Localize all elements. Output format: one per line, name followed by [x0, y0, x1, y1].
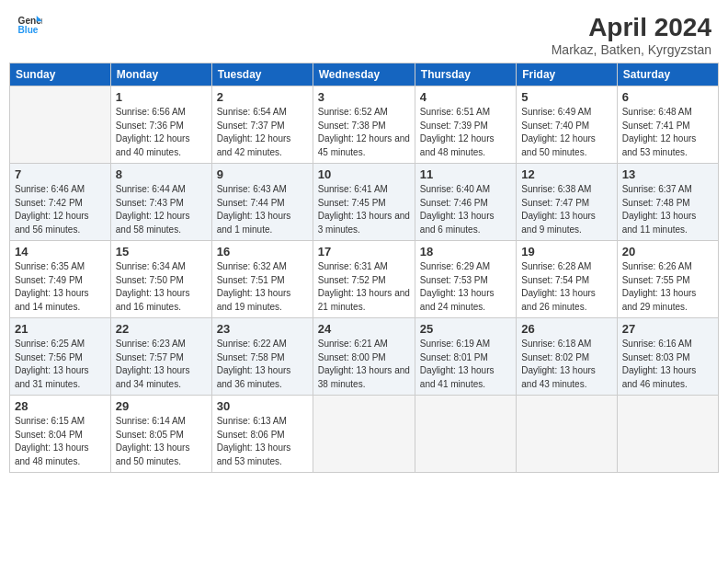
day-info: Sunrise: 6:43 AMSunset: 7:44 PMDaylight:…	[217, 183, 308, 236]
day-info: Sunrise: 6:14 AMSunset: 8:05 PMDaylight:…	[116, 415, 207, 468]
col-header-tuesday: Tuesday	[211, 63, 313, 86]
calendar-day-cell	[617, 396, 718, 473]
day-number: 16	[217, 245, 308, 259]
day-number: 3	[318, 90, 410, 104]
calendar-day-cell	[313, 396, 415, 473]
calendar-day-cell: 23Sunrise: 6:22 AMSunset: 7:58 PMDayligh…	[211, 318, 313, 396]
day-number: 6	[622, 90, 713, 104]
day-info: Sunrise: 6:41 AMSunset: 7:45 PMDaylight:…	[318, 183, 410, 236]
calendar-day-cell: 27Sunrise: 6:16 AMSunset: 8:03 PMDayligh…	[617, 318, 718, 396]
day-info: Sunrise: 6:44 AMSunset: 7:43 PMDaylight:…	[116, 183, 207, 236]
day-number: 27	[622, 322, 713, 336]
day-info: Sunrise: 6:21 AMSunset: 8:00 PMDaylight:…	[318, 338, 410, 391]
day-number: 28	[15, 399, 106, 413]
day-number: 21	[15, 322, 106, 336]
calendar-wrap: SundayMondayTuesdayWednesdayThursdayFrid…	[0, 63, 728, 482]
col-header-monday: Monday	[110, 63, 211, 86]
day-info: Sunrise: 6:52 AMSunset: 7:38 PMDaylight:…	[318, 106, 410, 159]
calendar-day-cell: 3Sunrise: 6:52 AMSunset: 7:38 PMDaylight…	[313, 86, 415, 164]
day-info: Sunrise: 6:25 AMSunset: 7:56 PMDaylight:…	[15, 338, 106, 391]
calendar-day-cell: 12Sunrise: 6:38 AMSunset: 7:47 PMDayligh…	[517, 164, 617, 241]
calendar-day-cell: 8Sunrise: 6:44 AMSunset: 7:43 PMDaylight…	[110, 164, 211, 241]
day-info: Sunrise: 6:23 AMSunset: 7:57 PMDaylight:…	[116, 338, 207, 391]
subtitle: Markaz, Batken, Kyrgyzstan	[552, 42, 711, 57]
col-header-thursday: Thursday	[415, 63, 516, 86]
day-info: Sunrise: 6:46 AMSunset: 7:42 PMDaylight:…	[15, 183, 106, 236]
header: General Blue April 2024 Markaz, Batken, …	[0, 0, 728, 63]
calendar-day-cell: 13Sunrise: 6:37 AMSunset: 7:48 PMDayligh…	[617, 164, 718, 241]
day-number: 23	[217, 322, 308, 336]
day-info: Sunrise: 6:31 AMSunset: 7:52 PMDaylight:…	[318, 260, 410, 314]
calendar-week-row: 14Sunrise: 6:35 AMSunset: 7:49 PMDayligh…	[10, 241, 719, 318]
day-info: Sunrise: 6:37 AMSunset: 7:48 PMDaylight:…	[622, 183, 713, 236]
day-number: 11	[420, 167, 511, 181]
title-section: April 2024 Markaz, Batken, Kyrgyzstan	[552, 13, 711, 57]
day-number: 19	[521, 245, 611, 259]
calendar-day-cell: 28Sunrise: 6:15 AMSunset: 8:04 PMDayligh…	[10, 396, 111, 473]
calendar-day-cell: 6Sunrise: 6:48 AMSunset: 7:41 PMDaylight…	[617, 86, 718, 164]
day-number: 9	[217, 167, 308, 181]
day-number: 20	[622, 245, 713, 259]
calendar-header-row: SundayMondayTuesdayWednesdayThursdayFrid…	[10, 63, 719, 86]
day-number: 2	[217, 90, 308, 104]
calendar-week-row: 7Sunrise: 6:46 AMSunset: 7:42 PMDaylight…	[10, 164, 719, 241]
day-number: 26	[521, 322, 611, 336]
day-info: Sunrise: 6:56 AMSunset: 7:36 PMDaylight:…	[116, 106, 207, 159]
day-info: Sunrise: 6:29 AMSunset: 7:53 PMDaylight:…	[420, 260, 511, 314]
calendar-day-cell: 18Sunrise: 6:29 AMSunset: 7:53 PMDayligh…	[415, 241, 516, 318]
calendar-day-cell: 24Sunrise: 6:21 AMSunset: 8:00 PMDayligh…	[313, 318, 415, 396]
day-number: 4	[420, 90, 511, 104]
calendar-day-cell	[415, 396, 516, 473]
calendar-day-cell: 16Sunrise: 6:32 AMSunset: 7:51 PMDayligh…	[211, 241, 313, 318]
calendar-day-cell: 4Sunrise: 6:51 AMSunset: 7:39 PMDaylight…	[415, 86, 516, 164]
calendar-day-cell: 17Sunrise: 6:31 AMSunset: 7:52 PMDayligh…	[313, 241, 415, 318]
calendar-day-cell: 20Sunrise: 6:26 AMSunset: 7:55 PMDayligh…	[617, 241, 718, 318]
calendar-day-cell: 10Sunrise: 6:41 AMSunset: 7:45 PMDayligh…	[313, 164, 415, 241]
main-title: April 2024	[552, 13, 711, 42]
page: General Blue April 2024 Markaz, Batken, …	[0, 0, 728, 563]
calendar-day-cell: 7Sunrise: 6:46 AMSunset: 7:42 PMDaylight…	[10, 164, 111, 241]
logo-icon: General Blue	[17, 13, 42, 39]
day-number: 18	[420, 245, 511, 259]
col-header-friday: Friday	[517, 63, 617, 86]
day-info: Sunrise: 6:49 AMSunset: 7:40 PMDaylight:…	[521, 106, 611, 159]
day-info: Sunrise: 6:22 AMSunset: 7:58 PMDaylight:…	[217, 338, 308, 391]
day-info: Sunrise: 6:54 AMSunset: 7:37 PMDaylight:…	[217, 106, 308, 159]
calendar-day-cell	[10, 86, 111, 164]
calendar-day-cell: 25Sunrise: 6:19 AMSunset: 8:01 PMDayligh…	[415, 318, 516, 396]
calendar-day-cell: 14Sunrise: 6:35 AMSunset: 7:49 PMDayligh…	[10, 241, 111, 318]
calendar-day-cell: 29Sunrise: 6:14 AMSunset: 8:05 PMDayligh…	[110, 396, 211, 473]
calendar-day-cell: 19Sunrise: 6:28 AMSunset: 7:54 PMDayligh…	[517, 241, 617, 318]
day-info: Sunrise: 6:35 AMSunset: 7:49 PMDaylight:…	[15, 260, 106, 314]
day-info: Sunrise: 6:19 AMSunset: 8:01 PMDaylight:…	[420, 338, 511, 391]
day-number: 25	[420, 322, 511, 336]
day-info: Sunrise: 6:16 AMSunset: 8:03 PMDaylight:…	[622, 338, 713, 391]
day-info: Sunrise: 6:32 AMSunset: 7:51 PMDaylight:…	[217, 260, 308, 314]
day-number: 24	[318, 322, 410, 336]
day-number: 1	[116, 90, 207, 104]
day-info: Sunrise: 6:13 AMSunset: 8:06 PMDaylight:…	[217, 415, 308, 468]
calendar-day-cell: 22Sunrise: 6:23 AMSunset: 7:57 PMDayligh…	[110, 318, 211, 396]
calendar-day-cell	[517, 396, 617, 473]
day-number: 22	[116, 322, 207, 336]
calendar-week-row: 28Sunrise: 6:15 AMSunset: 8:04 PMDayligh…	[10, 396, 719, 473]
logo: General Blue	[17, 13, 46, 39]
day-number: 29	[116, 399, 207, 413]
day-info: Sunrise: 6:40 AMSunset: 7:46 PMDaylight:…	[420, 183, 511, 236]
calendar-week-row: 1Sunrise: 6:56 AMSunset: 7:36 PMDaylight…	[10, 86, 719, 164]
day-number: 5	[521, 90, 611, 104]
calendar-day-cell: 11Sunrise: 6:40 AMSunset: 7:46 PMDayligh…	[415, 164, 516, 241]
day-number: 7	[15, 167, 106, 181]
day-info: Sunrise: 6:51 AMSunset: 7:39 PMDaylight:…	[420, 106, 511, 159]
day-info: Sunrise: 6:26 AMSunset: 7:55 PMDaylight:…	[622, 260, 713, 314]
day-number: 13	[622, 167, 713, 181]
calendar-day-cell: 1Sunrise: 6:56 AMSunset: 7:36 PMDaylight…	[110, 86, 211, 164]
day-number: 14	[15, 245, 106, 259]
calendar-day-cell: 21Sunrise: 6:25 AMSunset: 7:56 PMDayligh…	[10, 318, 111, 396]
calendar-week-row: 21Sunrise: 6:25 AMSunset: 7:56 PMDayligh…	[10, 318, 719, 396]
day-number: 17	[318, 245, 410, 259]
day-info: Sunrise: 6:18 AMSunset: 8:02 PMDaylight:…	[521, 338, 611, 391]
calendar-day-cell: 30Sunrise: 6:13 AMSunset: 8:06 PMDayligh…	[211, 396, 313, 473]
calendar-day-cell: 26Sunrise: 6:18 AMSunset: 8:02 PMDayligh…	[517, 318, 617, 396]
calendar-day-cell: 9Sunrise: 6:43 AMSunset: 7:44 PMDaylight…	[211, 164, 313, 241]
